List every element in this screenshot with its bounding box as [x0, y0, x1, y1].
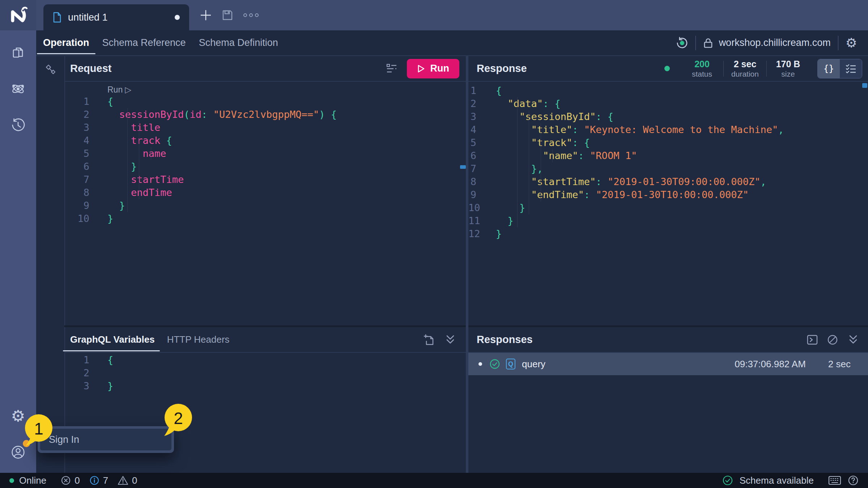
response-panel: Response 200 status 2 sec dura — [468, 56, 868, 325]
clear-responses-button[interactable] — [827, 334, 838, 346]
status-bar: Online 0 7 0 — [0, 473, 868, 488]
response-history-row[interactable]: Q query 09:37:06.982 AM 2 sec — [468, 353, 868, 375]
status-stat: 200 status — [681, 59, 723, 78]
duration-stat: 2 sec duration — [724, 59, 766, 78]
operation-nav-row: Operation Schema Reference Schema Defini… — [36, 30, 868, 56]
svg-text:2: 2 — [174, 409, 183, 428]
endpoint-url[interactable]: workshop.chillicream.com — [719, 37, 831, 48]
responses-panel: Responses — [468, 327, 868, 473]
overview-ruler-mark — [460, 165, 466, 169]
indent-guide — [127, 108, 128, 212]
tab-graphql-variables[interactable]: GraphQL Variables — [70, 328, 155, 352]
operations-tree-button[interactable] — [44, 63, 57, 76]
keyboard-icon — [828, 476, 841, 485]
documents-icon — [11, 46, 25, 60]
code-line: 9 "endTime": "2019-01-30T10:00:00.000Z" — [468, 188, 868, 201]
new-tab-button[interactable] — [199, 9, 212, 22]
save-icon — [222, 9, 233, 21]
code-line: 11 } — [468, 214, 868, 227]
prettify-button[interactable] — [386, 63, 397, 74]
code-line: 6 "name": "ROOM 1" — [468, 149, 868, 162]
run-button[interactable]: Run — [407, 59, 459, 78]
document-plus-icon — [423, 334, 435, 346]
code-line: 1{ — [468, 84, 868, 97]
more-options-button[interactable] — [243, 13, 259, 17]
console-icon — [807, 334, 818, 346]
success-dot-icon — [664, 66, 670, 71]
tab-schema-reference[interactable]: Schema Reference — [102, 30, 187, 55]
unsaved-dot-icon — [175, 15, 180, 20]
circle-slash-icon — [827, 334, 838, 346]
indent-guide — [529, 110, 529, 214]
selected-bullet-icon — [478, 362, 482, 366]
code-line: 3 title — [65, 121, 466, 134]
indent-guide — [151, 147, 151, 160]
indent-guide — [541, 123, 541, 201]
success-check-icon — [489, 359, 500, 369]
save-button[interactable] — [222, 9, 233, 21]
response-row-duration: 2 sec — [828, 359, 851, 370]
code-line: 8 endTime — [65, 186, 466, 199]
document-tab[interactable]: untitled 1 — [43, 4, 189, 30]
response-title: Response — [477, 63, 527, 74]
divider — [695, 36, 696, 50]
code-line: 7 }, — [468, 162, 868, 175]
circle-x-icon — [61, 475, 71, 485]
code-line: 7 startTime — [65, 173, 466, 186]
shortcuts-button[interactable] — [828, 476, 841, 485]
tab-http-headers[interactable]: HTTP Headers — [167, 328, 230, 352]
connection-settings-button[interactable]: ⚙ — [846, 37, 857, 50]
double-chevron-down-icon — [847, 334, 859, 346]
sidebar-item-history[interactable] — [11, 118, 25, 132]
code-line: 10} — [65, 212, 466, 225]
response-editor[interactable]: 1{2 "data": {3 "sessionById": {4 "title"… — [468, 82, 868, 325]
list-view-button[interactable] — [840, 59, 862, 78]
indent-guide — [552, 149, 553, 162]
sidebar-item-schema[interactable] — [11, 82, 25, 96]
code-line: 4 "title": "Keynote: Welcome to the Mach… — [468, 123, 868, 136]
hierarchy-icon — [44, 63, 57, 76]
info-count: 7 — [89, 475, 108, 486]
tab-operation[interactable]: Operation — [42, 30, 90, 55]
variables-editor[interactable]: 1{23} — [65, 353, 466, 473]
new-variable-set-button[interactable] — [423, 334, 435, 346]
code-line: 1{ — [65, 95, 466, 108]
code-line: 2 — [65, 367, 466, 380]
prettify-icon — [386, 63, 397, 74]
code-line: 3} — [65, 380, 466, 393]
collapse-panel-button[interactable] — [847, 334, 859, 346]
size-stat: 170 B size — [767, 59, 809, 78]
vertical-splitter[interactable] — [466, 56, 468, 473]
schema-sync-button[interactable] — [676, 37, 688, 49]
app-logo[interactable] — [0, 0, 36, 30]
dots-icon — [243, 13, 247, 17]
code-line: 4 track { — [65, 134, 466, 147]
code-line: 12} — [468, 227, 868, 240]
json-view-button[interactable]: {} — [818, 59, 840, 78]
code-line: 5 name — [65, 147, 466, 160]
svg-text:1: 1 — [34, 419, 43, 438]
banana-cake-pop-window: untitled 1 — [0, 0, 868, 488]
callout-badge-2: 2 — [158, 399, 200, 441]
code-line: Run ▷ — [65, 84, 466, 95]
collapse-panel-button[interactable] — [444, 334, 456, 346]
code-line: 6 } — [65, 160, 466, 173]
code-line: 2 sessionById(id: "U2Vzc2lvbgppMQ==") { — [65, 108, 466, 121]
gear-icon: ⚙ — [846, 35, 857, 50]
scrollbar-mark — [862, 83, 867, 88]
tab-title: untitled 1 — [68, 12, 108, 23]
response-row-label: query — [522, 359, 545, 370]
help-button[interactable] — [848, 475, 859, 486]
double-chevron-down-icon — [444, 334, 456, 346]
code-line: 2 "data": { — [468, 97, 868, 110]
warning-triangle-icon — [118, 475, 128, 485]
warning-count: 0 — [118, 475, 137, 486]
tab-schema-definition[interactable]: Schema Definition — [198, 30, 279, 55]
play-icon — [417, 64, 425, 73]
code-line: 5 "track": { — [468, 136, 868, 149]
responses-title: Responses — [477, 334, 533, 346]
online-dot-icon — [9, 478, 14, 483]
sidebar-item-documents[interactable] — [11, 46, 25, 60]
request-editor[interactable]: Run ▷1{2 sessionById(id: "U2Vzc2lvbgppMQ… — [65, 82, 466, 325]
open-console-button[interactable] — [807, 334, 818, 346]
